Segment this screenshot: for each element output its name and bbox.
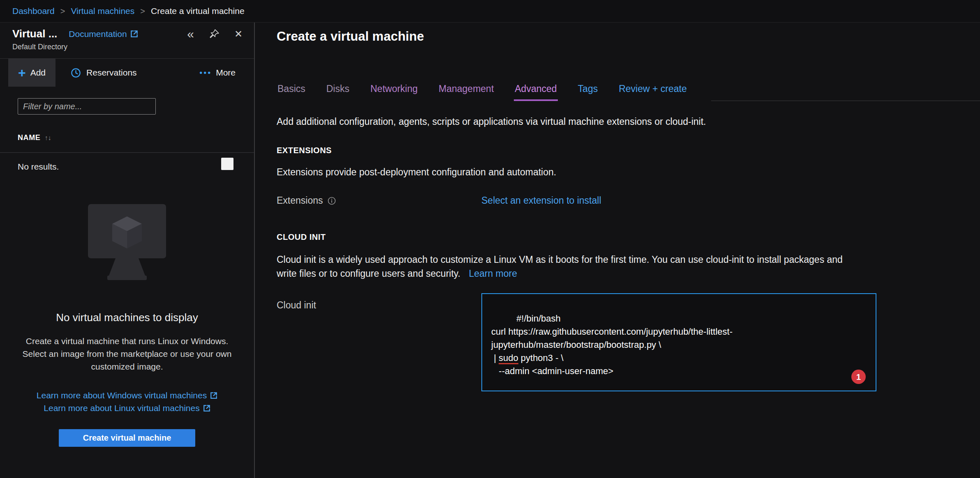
create-vm-pane: Create a virtual machine Basics Disks Ne… [255,23,980,478]
cloud-init-field-label: Cloud init [277,293,481,311]
name-column-header[interactable]: NAME ↑↓ [18,133,254,142]
add-button[interactable]: + Add [8,59,55,87]
cloud-init-textarea[interactable]: #!/bin/bash curl https://raw.githubuserc… [481,293,876,391]
create-virtual-machine-button[interactable]: Create virtual machine [59,429,195,447]
breadcrumb-current: Create a virtual machine [151,6,245,16]
external-link-icon [203,404,210,412]
tab-strip: Basics Disks Networking Management Advan… [277,83,980,101]
breadcrumb-virtual-machines[interactable]: Virtual machines [71,6,134,16]
documentation-link[interactable]: Documentation [69,29,138,39]
annotation-badge: 1 [851,370,866,384]
tab-networking[interactable]: Networking [370,83,418,101]
learn-linux-vm-link[interactable]: Learn more about Linux virtual machines [44,402,199,414]
filter-by-name-input[interactable] [18,98,156,115]
close-icon[interactable]: ✕ [234,29,243,39]
cloud-init-code: #!/bin/bash curl https://raw.githubuserc… [491,313,733,376]
collapse-panel-icon[interactable]: « [187,28,194,40]
plus-icon: + [18,67,26,79]
tab-tags[interactable]: Tags [577,83,599,101]
info-icon[interactable] [328,197,336,205]
cloud-init-description: Cloud init is a widely used approach to … [277,253,850,280]
no-results-text: No results. [18,158,59,172]
learn-more-link[interactable]: Learn more [469,268,517,279]
page-title: Create a virtual machine [255,23,980,44]
extensions-field-label: Extensions [277,195,481,206]
panel-title: Virtual ... [12,28,57,40]
empty-state-links: Learn more about Windows virtual machine… [0,389,254,414]
reservations-button[interactable]: Reservations [70,67,137,78]
extensions-description: Extensions provide post-deployment confi… [277,167,980,178]
virtual-machines-panel: Virtual ... Documentation « ✕ Default [0,23,255,478]
empty-state-title: No virtual machines to display [0,311,254,324]
empty-state-description: Create a virtual machine that runs Linux… [15,335,239,373]
breadcrumb-separator-icon: > [60,7,65,16]
tab-disks[interactable]: Disks [326,83,350,101]
sort-arrows-icon: ↑↓ [44,134,51,142]
external-link-icon [210,392,217,399]
extensions-field-row: Extensions Select an extension to instal… [277,195,980,206]
advanced-tab-intro: Add additional configuration, agents, sc… [277,116,980,127]
select-extension-link[interactable]: Select an extension to install [481,195,601,206]
clock-icon [70,67,81,78]
results-row: No results. [0,152,254,172]
panel-toolbar: + Add Reservations ••• More [0,59,254,87]
page-layout: Virtual ... Documentation « ✕ Default [0,23,980,478]
directory-subtitle: Default Directory [12,43,243,51]
tab-strip-rule [711,101,980,101]
tab-advanced[interactable]: Advanced [514,83,557,101]
panel-header: Virtual ... Documentation « ✕ Default [0,23,254,59]
pin-icon[interactable] [209,29,220,39]
cloud-init-heading: CLOUD INIT [277,232,980,242]
tab-basics[interactable]: Basics [277,83,306,101]
more-button[interactable]: ••• More [199,68,236,78]
extensions-heading: EXTENSIONS [277,146,980,155]
cloud-init-field-row: Cloud init #!/bin/bash curl https://raw.… [277,293,980,391]
external-link-icon [130,30,138,38]
tab-review-create[interactable]: Review + create [618,83,688,101]
empty-vm-monitor-illustration [84,203,170,285]
learn-windows-vm-link[interactable]: Learn more about Windows virtual machine… [37,389,207,402]
ellipsis-icon: ••• [199,68,212,78]
breadcrumb-separator-icon: > [140,7,145,16]
select-all-checkbox[interactable] [221,158,233,170]
tab-management[interactable]: Management [438,83,495,101]
breadcrumb-dashboard[interactable]: Dashboard [12,6,55,16]
create-vm-content: Basics Disks Networking Management Advan… [255,83,980,391]
breadcrumb: Dashboard > Virtual machines > Create a … [0,0,980,23]
